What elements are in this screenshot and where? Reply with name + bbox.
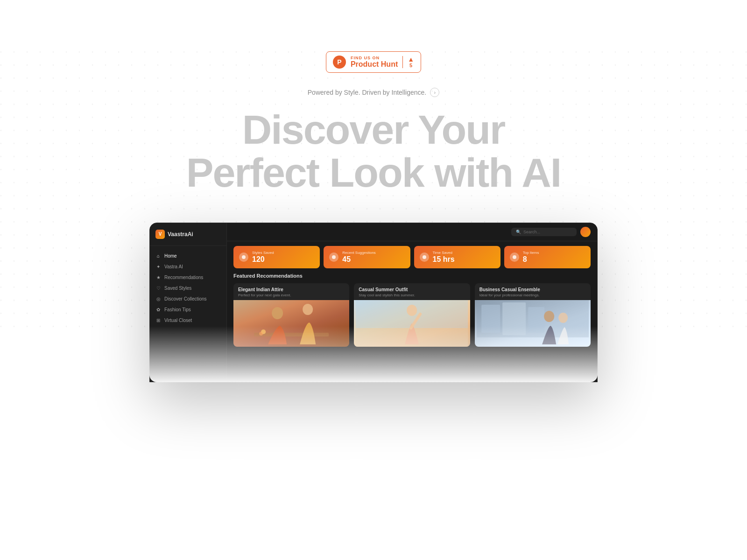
search-bar[interactable]: 🔍 Search... [511, 228, 577, 236]
stats-row: Styles Saved 120 Recent Suggestions 45 [227, 241, 597, 273]
virtual-closet-icon: ⊞ [155, 318, 161, 323]
recommendations-icon: ★ [155, 275, 161, 280]
nav-item-discover[interactable]: ◎ Discover Collections [150, 294, 226, 304]
app-mockup-wrapper: V VaastraAi ⌂ Home ✦ Vastra AI ★ [149, 223, 598, 382]
featured-card-business[interactable]: Business Casual Ensemble Ideal for your … [475, 283, 591, 347]
nav-item-fashion-tips[interactable]: ✿ Fashion Tips [150, 304, 226, 315]
stat-label-2: Recent Suggestions [342, 251, 376, 255]
ph-product-name: Product Hunt [351, 60, 398, 69]
card-image-indian [233, 300, 349, 347]
stat-value-3: 15 hrs [433, 255, 455, 264]
heading-line2: Perfect Look with AI [186, 149, 561, 196]
featured-card-indian[interactable]: Elegant Indian Attire Perfect for your n… [233, 283, 349, 347]
card-image-business [475, 300, 591, 347]
featured-grid: Elegant Indian Attire Perfect for your n… [233, 283, 591, 347]
vastra-icon: ✦ [155, 264, 161, 269]
card-title-summer: Casual Summer Outfit [359, 287, 465, 292]
svg-point-6 [259, 332, 263, 336]
ph-vote-count: ▲ 5 [402, 56, 414, 68]
stat-card-styles-saved: Styles Saved 120 [233, 246, 320, 268]
svg-rect-12 [481, 305, 500, 333]
svg-rect-13 [502, 302, 526, 335]
nav-item-recommendations[interactable]: ★ Recommendations [150, 272, 226, 283]
svg-point-3 [272, 307, 283, 319]
stat-dot-3 [420, 252, 429, 262]
svg-point-15 [544, 311, 554, 322]
card-subtitle-summer: Stay cool and stylish this summer. [359, 293, 465, 297]
card-text-indian: Elegant Indian Attire Perfect for your n… [233, 283, 349, 300]
nav-item-saved-styles[interactable]: ♡ Saved Styles [150, 283, 226, 294]
nav-label-fashion-tips: Fashion Tips [164, 307, 191, 312]
hero-heading: Discover Your Perfect Look with AI [186, 108, 561, 195]
nav-label-virtual-closet: Virtual Closet [164, 318, 192, 323]
nav-label-saved-styles: Saved Styles [164, 286, 191, 291]
featured-section-title: Featured Recommendations [233, 273, 591, 279]
app-main-content: 🔍 Search... Styles Saved 120 [227, 223, 597, 382]
product-hunt-badge[interactable]: P FIND US ON Product Hunt ▲ 5 [326, 51, 421, 73]
mockup-shell: V VaastraAi ⌂ Home ✦ Vastra AI ★ [149, 223, 598, 382]
app-sidebar: V VaastraAi ⌂ Home ✦ Vastra AI ★ [150, 223, 227, 382]
ph-logo-icon: P [333, 56, 346, 69]
card-title-business: Business Casual Ensemble [479, 287, 586, 292]
nav-label-recommendations: Recommendations [164, 275, 203, 280]
stat-dot-1 [239, 252, 248, 262]
card-subtitle-indian: Perfect for your next gala event. [238, 293, 345, 297]
nav-label-vastra: Vastra AI [164, 264, 183, 269]
ph-text-group: FIND US ON Product Hunt [351, 56, 398, 69]
stat-info-2: Recent Suggestions 45 [342, 251, 376, 264]
ph-find-us-label: FIND US ON [351, 56, 398, 60]
saved-styles-icon: ♡ [155, 286, 161, 291]
stat-value-2: 45 [342, 255, 376, 264]
fashion-tips-icon: ✿ [155, 307, 161, 312]
hero-section: P FIND US ON Product Hunt ▲ 5 Powered by… [0, 0, 747, 382]
logo-label: VaastraAi [168, 231, 193, 238]
nav-item-home[interactable]: ⌂ Home [150, 251, 226, 261]
stat-label-3: Time Saved [433, 251, 455, 255]
stat-info-4: Top Items 8 [523, 251, 539, 264]
featured-section: Featured Recommendations Elegant Indian … [227, 273, 597, 382]
logo-icon: V [155, 230, 165, 239]
tagline-row: Powered by Style. Driven by Intelligence… [308, 88, 439, 97]
tagline-arrow[interactable]: › [430, 88, 439, 97]
search-icon: 🔍 [516, 230, 521, 234]
stat-value-4: 8 [523, 255, 539, 264]
svg-point-9 [407, 305, 417, 316]
card-text-summer: Casual Summer Outfit Stay cool and styli… [354, 283, 470, 300]
stat-info-3: Time Saved 15 hrs [433, 251, 455, 264]
stat-label-1: Styles Saved [252, 251, 274, 255]
svg-point-16 [558, 313, 568, 323]
stat-dot-2 [329, 252, 338, 262]
stat-value-1: 120 [252, 255, 274, 264]
card-title-indian: Elegant Indian Attire [238, 287, 345, 292]
svg-point-4 [303, 304, 313, 315]
tagline-text: Powered by Style. Driven by Intelligence… [308, 89, 426, 96]
user-avatar[interactable] [580, 227, 591, 237]
nav-label-home: Home [164, 253, 177, 259]
discover-icon: ◎ [155, 296, 161, 301]
heading-line1: Discover Your [242, 106, 505, 153]
stat-label-4: Top Items [523, 251, 539, 255]
stat-card-time-saved: Time Saved 15 hrs [414, 246, 500, 268]
featured-card-summer[interactable]: Casual Summer Outfit Stay cool and styli… [354, 283, 470, 347]
stat-card-suggestions: Recent Suggestions 45 [324, 246, 410, 268]
card-image-summer [354, 300, 470, 347]
stat-card-top-items: Top Items 8 [504, 246, 591, 268]
svg-rect-14 [528, 307, 544, 333]
nav-item-virtual-closet[interactable]: ⊞ Virtual Closet [150, 315, 226, 326]
nav-label-discover: Discover Collections [164, 296, 207, 301]
sidebar-logo: V VaastraAi [150, 230, 226, 246]
app-layout: V VaastraAi ⌂ Home ✦ Vastra AI ★ [150, 223, 597, 382]
card-subtitle-business: Ideal for your professional meetings. [479, 293, 586, 297]
home-icon: ⌂ [155, 253, 161, 259]
nav-item-vastra[interactable]: ✦ Vastra AI [150, 261, 226, 272]
card-text-business: Business Casual Ensemble Ideal for your … [475, 283, 591, 300]
app-header: 🔍 Search... [227, 223, 597, 241]
stat-dot-4 [510, 252, 519, 262]
stat-info-1: Styles Saved 120 [252, 251, 274, 264]
search-placeholder-text: Search... [523, 230, 540, 234]
svg-rect-2 [254, 333, 329, 336]
